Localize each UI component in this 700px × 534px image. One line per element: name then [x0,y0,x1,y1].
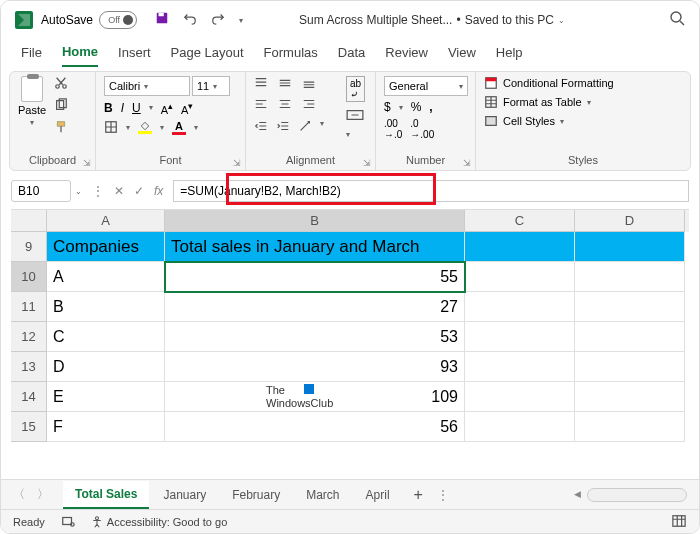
cell[interactable] [575,412,685,442]
cell[interactable]: A [47,262,165,292]
spreadsheet-grid[interactable]: A B C D 9 Companies Total sales in Janua… [11,209,689,442]
sheet-tab-total-sales[interactable]: Total Sales [63,481,149,509]
sheet-nav-next-icon[interactable]: 〉 [37,486,49,503]
cell[interactable] [465,352,575,382]
dialog-launcher-icon[interactable]: ⇲ [233,158,241,168]
chevron-down-icon[interactable]: ⌄ [558,16,565,25]
tab-page-layout[interactable]: Page Layout [171,45,244,66]
redo-icon[interactable] [211,11,225,29]
formula-input[interactable]: =SUM(January!B2, March!B2) [173,180,689,202]
tab-review[interactable]: Review [385,45,428,66]
sheet-tab-january[interactable]: January [151,482,218,508]
decrease-indent-icon[interactable] [254,119,270,133]
accessibility-status[interactable]: Accessibility: Good to go [91,516,227,528]
decrease-decimal-icon[interactable]: .0→.00 [410,118,434,140]
currency-icon[interactable]: $ [384,100,391,114]
add-sheet-button[interactable]: + [414,486,423,504]
cell[interactable]: 53 [165,322,465,352]
cell[interactable]: Companies [47,232,165,262]
cell[interactable]: E [47,382,165,412]
cell[interactable] [575,382,685,412]
horizontal-scrollbar[interactable] [587,488,687,502]
cell[interactable] [465,322,575,352]
increase-decimal-icon[interactable]: .00→.0 [384,118,402,140]
cell[interactable] [575,232,685,262]
tab-formulas[interactable]: Formulas [264,45,318,66]
cell[interactable] [575,262,685,292]
enter-icon[interactable]: ✓ [134,184,144,198]
format-painter-icon[interactable] [54,120,68,136]
macro-record-icon[interactable] [61,514,75,530]
align-right-icon[interactable] [302,97,318,111]
qat-dropdown-icon[interactable]: ▾ [239,16,243,25]
italic-button[interactable]: I [121,101,124,115]
comma-icon[interactable]: , [429,100,432,114]
row-header[interactable]: 13 [11,352,47,382]
cell[interactable]: D [47,352,165,382]
col-header-b[interactable]: B [165,210,465,232]
cell[interactable] [575,322,685,352]
undo-icon[interactable] [183,11,197,29]
cell[interactable]: 27 [165,292,465,322]
normal-view-icon[interactable] [671,514,687,530]
copy-icon[interactable] [54,98,68,114]
number-format-combo[interactable]: General▾ [384,76,468,96]
cell-active[interactable]: 55 [165,262,465,292]
cell[interactable]: F [47,412,165,442]
sheet-tab-march[interactable]: March [294,482,351,508]
paste-button[interactable]: Paste ▾ [18,76,46,127]
fx-icon[interactable]: fx [154,184,163,198]
cell-styles-button[interactable]: Cell Styles▾ [484,114,682,128]
cell[interactable]: 93 [165,352,465,382]
autosave-toggle[interactable]: AutoSave Off [41,11,137,29]
align-center-icon[interactable] [278,97,294,111]
cell[interactable]: 56 [165,412,465,442]
underline-button[interactable]: U [132,101,141,115]
orientation-icon[interactable] [298,119,314,133]
tab-data[interactable]: Data [338,45,365,66]
name-box[interactable]: B10 [11,180,71,202]
cell[interactable]: Total sales in January and March [165,232,465,262]
cell[interactable] [465,232,575,262]
sheet-tab-february[interactable]: February [220,482,292,508]
dialog-launcher-icon[interactable]: ⇲ [463,158,471,168]
align-top-icon[interactable] [254,76,270,90]
font-color-icon[interactable]: A [172,120,186,135]
increase-indent-icon[interactable] [276,119,292,133]
font-size-combo[interactable]: 11▾ [192,76,230,96]
col-header-a[interactable]: A [47,210,165,232]
percent-icon[interactable]: % [411,100,422,114]
cell[interactable] [465,292,575,322]
cell[interactable]: B [47,292,165,322]
format-as-table-button[interactable]: Format as Table▾ [484,95,682,109]
save-icon[interactable] [155,11,169,29]
dialog-launcher-icon[interactable]: ⇲ [83,158,91,168]
row-header[interactable]: 9 [11,232,47,262]
cut-icon[interactable] [54,76,68,92]
decrease-font-icon[interactable]: A▾ [181,100,193,116]
cell[interactable]: C [47,322,165,352]
cell[interactable] [575,292,685,322]
select-all-corner[interactable] [11,210,47,232]
tab-file[interactable]: File [21,45,42,66]
sheet-nav-prev-icon[interactable]: 〈 [13,486,25,503]
merge-center-icon[interactable] [346,108,365,124]
align-bottom-icon[interactable] [302,76,318,90]
align-left-icon[interactable] [254,97,270,111]
dialog-launcher-icon[interactable]: ⇲ [363,158,371,168]
search-icon[interactable] [669,10,685,30]
col-header-d[interactable]: D [575,210,685,232]
row-header[interactable]: 14 [11,382,47,412]
row-header[interactable]: 12 [11,322,47,352]
name-box-dropdown-icon[interactable]: ⌄ [75,187,82,196]
row-header[interactable]: 15 [11,412,47,442]
row-header[interactable]: 11 [11,292,47,322]
borders-icon[interactable] [104,120,118,136]
bold-button[interactable]: B [104,101,113,115]
cell[interactable] [575,352,685,382]
conditional-formatting-button[interactable]: Conditional Formatting [484,76,682,90]
tab-help[interactable]: Help [496,45,523,66]
cell[interactable] [465,382,575,412]
switch-off-icon[interactable]: Off [99,11,137,29]
cell[interactable] [465,412,575,442]
